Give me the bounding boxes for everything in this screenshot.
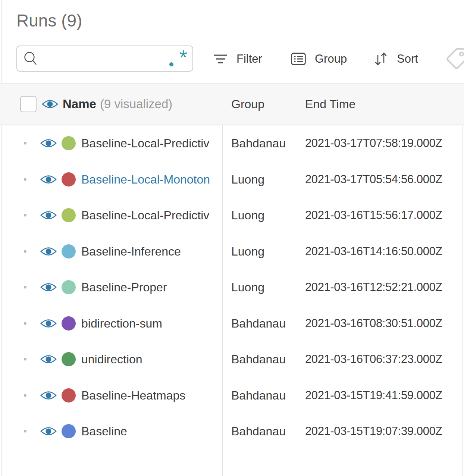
- drag-handle-dot[interactable]: [24, 286, 26, 289]
- runs-table-body: Baseline-Local-Predictiv Bahdanau 2021-0…: [0, 125, 464, 450]
- run-end-time-cell: 2021-03-16T06:37:23.000Z: [305, 353, 442, 366]
- run-color-dot[interactable]: [62, 352, 76, 366]
- run-end-time-cell: 2021-03-17T05:54:56.000Z: [305, 173, 442, 186]
- run-name-link[interactable]: unidirection: [81, 353, 214, 366]
- run-end-time-cell: 2021-03-17T07:58:19.000Z: [305, 137, 442, 150]
- run-end-time-cell: 2021-03-15T19:41:59.000Z: [305, 389, 442, 402]
- run-end-time-cell: 2021-03-16T08:30:51.000Z: [305, 317, 442, 330]
- tag-icon[interactable]: [445, 47, 464, 71]
- group-button[interactable]: Group: [291, 48, 347, 70]
- sort-button-label: Sort: [397, 52, 418, 66]
- filter-button[interactable]: Filter: [213, 48, 262, 70]
- group-button-label: Group: [315, 52, 347, 66]
- run-color-dot[interactable]: [62, 280, 76, 294]
- run-group-cell: Bahdanau: [231, 137, 286, 150]
- eye-icon[interactable]: [40, 138, 57, 149]
- table-row[interactable]: bidirection-sum Bahdanau 2021-03-16T08:3…: [0, 306, 464, 342]
- run-name-link[interactable]: Baseline-Local-Monoton: [81, 172, 214, 186]
- table-row[interactable]: Baseline-Inference Luong 2021-03-16T14:1…: [0, 234, 464, 270]
- regex-toggle-icon[interactable]: *: [169, 48, 187, 69]
- run-color-dot[interactable]: [62, 316, 76, 331]
- run-name-link[interactable]: Baseline-Local-Predictiv: [81, 209, 214, 222]
- regex-dot-glyph: [169, 62, 173, 66]
- group-list-icon: [291, 53, 306, 65]
- name-column-label: Name: [63, 97, 96, 111]
- visualized-count-annotation: (9 visualized): [100, 97, 172, 111]
- run-end-time-cell: 2021-03-16T15:56:17.000Z: [305, 209, 442, 222]
- run-group-cell: Luong: [231, 172, 264, 186]
- eye-icon[interactable]: [40, 210, 57, 221]
- table-row[interactable]: Baseline-Local-Monoton Luong 2021-03-17T…: [0, 162, 464, 198]
- sort-button[interactable]: Sort: [374, 48, 418, 70]
- run-end-time-cell: 2021-03-15T19:07:39.000Z: [305, 425, 442, 438]
- drag-handle-dot[interactable]: [24, 430, 26, 433]
- run-color-dot[interactable]: [62, 136, 76, 150]
- drag-handle-dot[interactable]: [24, 394, 26, 397]
- table-row[interactable]: unidirection Bahdanau 2021-03-16T06:37:2…: [0, 341, 464, 378]
- run-group-cell: Luong: [231, 244, 264, 258]
- group-column-header[interactable]: Group: [231, 97, 264, 111]
- eye-icon[interactable]: [40, 354, 57, 365]
- eye-icon[interactable]: [40, 390, 57, 401]
- run-group-cell: Luong: [231, 281, 264, 294]
- select-all-checkbox[interactable]: [20, 96, 37, 112]
- run-name-link[interactable]: Baseline-Heatmaps: [81, 388, 214, 402]
- page-title: Runs (9): [16, 10, 82, 31]
- search-input[interactable]: [38, 47, 169, 70]
- eye-icon[interactable]: [40, 426, 57, 437]
- run-group-cell: Bahdanau: [231, 425, 286, 438]
- table-row[interactable]: Baseline-Heatmaps Bahdanau 2021-03-15T19…: [0, 378, 464, 414]
- run-color-dot[interactable]: [62, 244, 76, 259]
- run-name-link[interactable]: Baseline-Inference: [81, 244, 214, 258]
- drag-handle-dot[interactable]: [24, 358, 26, 361]
- drag-handle-dot[interactable]: [24, 178, 26, 181]
- run-name-link[interactable]: bidirection-sum: [81, 316, 214, 330]
- run-group-cell: Bahdanau: [231, 353, 286, 366]
- end-time-column-header[interactable]: End Time: [305, 97, 355, 111]
- run-end-time-cell: 2021-03-16T14:16:50.000Z: [305, 245, 442, 258]
- table-row[interactable]: Baseline-Local-Predictiv Luong 2021-03-1…: [0, 197, 464, 234]
- name-column-header[interactable]: Name(9 visualized): [63, 97, 172, 111]
- drag-handle-dot[interactable]: [24, 322, 26, 325]
- run-color-dot[interactable]: [62, 172, 76, 187]
- eye-icon[interactable]: [40, 174, 57, 185]
- table-row[interactable]: Baseline-Proper Luong 2021-03-16T12:52:2…: [0, 269, 464, 306]
- filter-funnel-icon: [213, 54, 228, 64]
- run-name-link[interactable]: Baseline-Proper: [81, 281, 214, 294]
- search-icon: [23, 51, 38, 66]
- run-color-dot[interactable]: [62, 388, 76, 403]
- run-group-cell: Luong: [231, 209, 264, 222]
- drag-handle-dot[interactable]: [24, 142, 26, 145]
- filter-button-label: Filter: [236, 52, 262, 66]
- run-name-link[interactable]: Baseline: [81, 425, 214, 438]
- run-name-link[interactable]: Baseline-Local-Predictiv: [81, 137, 214, 150]
- eye-icon[interactable]: [40, 318, 57, 329]
- toggle-all-visibility-eye-icon[interactable]: [42, 98, 58, 110]
- table-row[interactable]: Baseline Bahdanau 2021-03-15T19:07:39.00…: [0, 413, 464, 450]
- eye-icon[interactable]: [40, 246, 57, 257]
- drag-handle-dot[interactable]: [24, 250, 26, 253]
- table-row[interactable]: Baseline-Local-Predictiv Bahdanau 2021-0…: [0, 125, 464, 162]
- run-group-cell: Bahdanau: [231, 316, 286, 330]
- search-box[interactable]: *: [16, 46, 193, 72]
- regex-asterisk-glyph: *: [179, 47, 187, 67]
- run-group-cell: Bahdanau: [231, 388, 286, 402]
- sort-arrows-icon: [374, 51, 388, 66]
- run-color-dot[interactable]: [62, 208, 76, 222]
- drag-handle-dot[interactable]: [24, 214, 26, 217]
- run-end-time-cell: 2021-03-16T12:52:21.000Z: [305, 281, 442, 294]
- table-header-row: Name(9 visualized) Group End Time: [0, 83, 464, 125]
- run-color-dot[interactable]: [62, 424, 76, 438]
- eye-icon[interactable]: [40, 282, 57, 293]
